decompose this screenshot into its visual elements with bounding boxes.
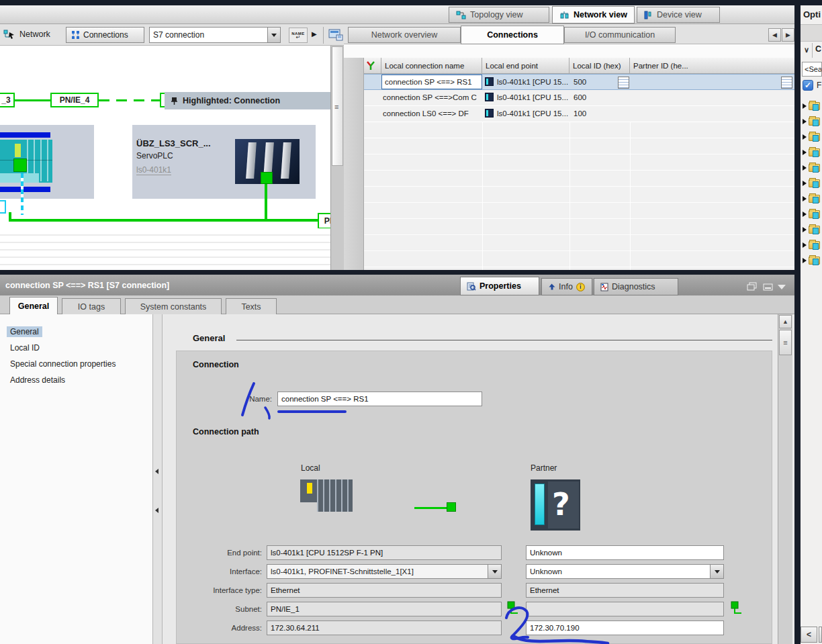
table-row[interactable]: connection SP <==>Com C ls0-401k1 [CPU 1… xyxy=(364,90,794,106)
diagram-scrollbar[interactable]: ≡ xyxy=(330,46,344,270)
catalog-folder-item[interactable] xyxy=(803,130,822,144)
interface-partner-dropdown-icon[interactable] xyxy=(710,565,723,578)
connection-port[interactable] xyxy=(13,158,27,172)
col-header-local-connection-name[interactable]: Local connection name xyxy=(381,58,482,74)
properties-scrollbar[interactable]: ▲ ≡ xyxy=(778,314,792,644)
nav-item-local-id[interactable]: Local ID xyxy=(7,342,43,353)
catalog-folder-item[interactable] xyxy=(803,223,822,236)
interface-partner-select[interactable]: Unknown xyxy=(526,564,724,579)
col-header-local-end-point[interactable]: Local end point xyxy=(482,58,569,74)
catalog-folder-item[interactable] xyxy=(803,254,822,267)
local-id-picker-button[interactable] xyxy=(618,77,629,89)
filter-checkbox-row[interactable]: ✓ F xyxy=(803,80,821,91)
expand-icon[interactable] xyxy=(803,242,807,248)
station-overview-button[interactable] xyxy=(328,28,343,42)
connection-node xyxy=(0,200,6,214)
tab-info[interactable]: Info i xyxy=(541,278,592,295)
subtab-io-tags[interactable]: IO tags xyxy=(62,298,121,314)
toolbar-expand-icon[interactable]: ▶ xyxy=(312,30,317,38)
network-mode-button[interactable]: Network xyxy=(3,29,50,40)
network-diagram[interactable]: _3 PN/IE_4 PN/IE_5 Highlighted: Connecti… xyxy=(0,46,330,270)
expand-icon[interactable] xyxy=(803,165,807,171)
device-station-servo[interactable]: ÜBZ_LS3_SCR_... ServoPLC ls0-401k1 xyxy=(132,125,316,199)
tab-diagnostics[interactable]: Diagnostics xyxy=(594,278,678,295)
connection-type-select[interactable]: S7 connection xyxy=(149,27,281,43)
panel-collapse-button-partial[interactable] xyxy=(819,627,822,643)
expand-icon[interactable] xyxy=(803,103,807,109)
connection-name-cell[interactable]: connection SP <==> RS1 xyxy=(381,75,482,89)
tab-device-view[interactable]: Device view xyxy=(637,7,720,23)
properties-scrollbar-thumb[interactable]: ≡ xyxy=(779,330,792,355)
tab-connections[interactable]: Connections xyxy=(461,26,564,44)
catalog-search-input[interactable]: <Sea xyxy=(802,62,822,77)
local-label: Local xyxy=(301,463,320,473)
catalog-folder-item[interactable] xyxy=(803,115,822,128)
interface-local-select[interactable]: ls0-401k1, PROFINET-Schnittstelle_1[X1] xyxy=(267,564,502,579)
table-row-selected[interactable]: connection SP <==> RS1 ls0-401k1 [CPU 15… xyxy=(364,74,794,90)
tab-io-communication[interactable]: I/O communication xyxy=(564,27,676,43)
subnet-label-3[interactable]: _3 xyxy=(0,93,15,107)
collapse-panel-icon[interactable] xyxy=(778,285,786,289)
nav-splitter[interactable] xyxy=(153,314,163,644)
general-heading: General xyxy=(193,333,225,343)
nav-item-general[interactable]: General xyxy=(7,326,42,337)
panel-collapse-button[interactable]: < xyxy=(801,627,817,643)
catalog-folder-item[interactable] xyxy=(803,161,822,175)
device-station-left[interactable] xyxy=(0,125,94,199)
catalog-folder-item[interactable] xyxy=(803,146,822,159)
end-point-partner-input[interactable] xyxy=(526,545,724,560)
highlight-badge[interactable]: Highlighted: Connection xyxy=(165,92,330,109)
partner-label: Partner xyxy=(531,463,557,473)
catalog-folder-item[interactable] xyxy=(803,177,822,190)
subnet-label-pn[interactable]: PN xyxy=(318,213,330,229)
topology-view-icon xyxy=(456,11,466,19)
subtab-texts[interactable]: Texts xyxy=(226,298,277,314)
tab-topology-view[interactable]: Topology view xyxy=(449,7,549,23)
table-row[interactable]: connection LS0 <==> DF ls0-401k1 [CPU 15… xyxy=(364,106,794,122)
expand-icon[interactable] xyxy=(803,150,807,155)
connection-bus-line[interactable] xyxy=(9,219,320,222)
tab-scroll-left-button[interactable]: ◀ xyxy=(768,28,781,42)
diagnostics-icon xyxy=(600,283,608,291)
expand-icon[interactable] xyxy=(803,134,807,140)
catalog-folder-item[interactable] xyxy=(803,208,822,221)
col-header-partner-id[interactable]: Partner ID (he... xyxy=(630,58,794,74)
float-panel-icon[interactable] xyxy=(747,282,758,291)
device-station-name[interactable]: ls0-401k1 xyxy=(136,165,171,175)
catalog-collapse-icon[interactable]: ∨ xyxy=(804,46,809,54)
subnet-label-pnie4[interactable]: PN/IE_4 xyxy=(50,93,99,107)
expand-icon[interactable] xyxy=(803,196,807,201)
table-empty-rows xyxy=(364,122,794,270)
col-header-local-id[interactable]: Local ID (hex) xyxy=(569,58,630,74)
expand-icon[interactable] xyxy=(803,212,807,217)
connections-mode-button[interactable]: Connections xyxy=(66,27,144,43)
nav-item-special-connection-properties[interactable]: Special connection properties xyxy=(7,359,119,369)
expand-icon[interactable] xyxy=(803,258,807,263)
folder-icon xyxy=(809,257,820,265)
expand-icon[interactable] xyxy=(803,119,807,124)
catalog-folder-item[interactable] xyxy=(803,192,822,205)
minimize-panel-icon[interactable] xyxy=(763,283,773,291)
tab-scroll-right-button[interactable]: ▶ xyxy=(782,28,794,42)
connection-port[interactable] xyxy=(261,172,273,184)
diagram-scrollbar-thumb[interactable]: ≡ xyxy=(332,46,343,166)
connection-name-input[interactable] xyxy=(277,392,482,406)
expand-icon[interactable] xyxy=(803,227,807,232)
interface-local-dropdown-icon[interactable] xyxy=(488,565,501,578)
connection-type-dropdown-icon[interactable] xyxy=(267,28,280,42)
address-partner-input[interactable] xyxy=(526,620,724,635)
tab-network-view[interactable]: Network view xyxy=(552,6,635,24)
scroll-up-button[interactable]: ▲ xyxy=(779,315,792,328)
subtab-system-constants[interactable]: System constants xyxy=(125,298,222,314)
nav-item-address-details[interactable]: Address details xyxy=(7,375,68,385)
properties-title: connection SP <==> RS1 [S7 connection] xyxy=(0,281,169,290)
show-name-button[interactable]: NAME ↵ xyxy=(289,28,308,43)
catalog-folder-item[interactable] xyxy=(803,238,822,252)
catalog-folder-item[interactable] xyxy=(803,99,822,113)
tab-network-overview[interactable]: Network overview xyxy=(348,27,461,43)
filter-checkbox[interactable]: ✓ xyxy=(803,80,813,91)
expand-icon[interactable] xyxy=(803,181,807,186)
tab-properties[interactable]: Properties xyxy=(460,277,539,295)
subtab-general[interactable]: General xyxy=(9,297,58,315)
partner-id-picker-button[interactable] xyxy=(781,77,792,89)
